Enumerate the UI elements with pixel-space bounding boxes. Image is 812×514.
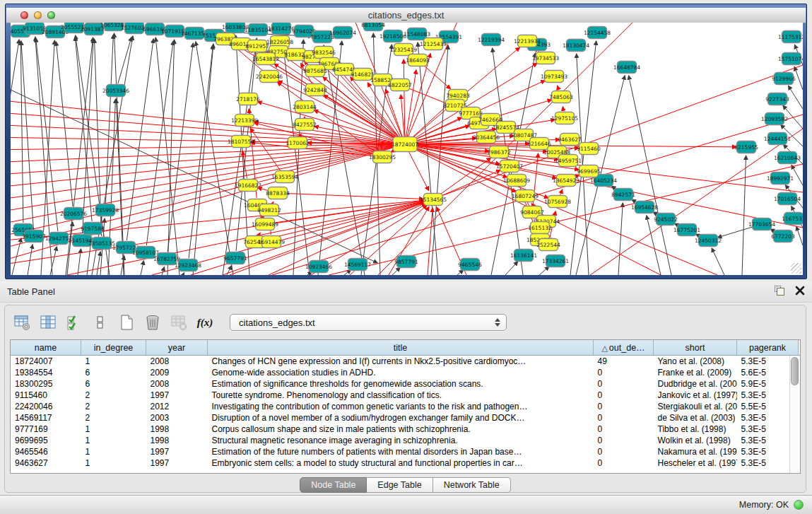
graph-edge[interactable]	[712, 248, 724, 275]
graph-node-selected[interactable]: 19166827	[235, 180, 261, 192]
graph-node[interactable]: 16648784	[613, 62, 640, 74]
column-header[interactable]: in_degree	[81, 340, 146, 356]
table-row[interactable]: 1872400712008Changes of HCN gene express…	[11, 356, 801, 368]
delete-entries-icon[interactable]	[143, 313, 163, 332]
graph-node-selected[interactable]: 19734533	[532, 52, 559, 64]
graph-edge[interactable]	[272, 202, 273, 204]
graph-node-selected[interactable]: 9498212	[257, 204, 281, 216]
graph-edge[interactable]	[285, 193, 423, 199]
graph-node-selected[interactable]: 20364456	[473, 132, 500, 144]
graph-edge[interactable]	[796, 226, 803, 245]
graph-edge[interactable]	[418, 42, 438, 275]
function-builder-icon[interactable]: f(x)	[195, 313, 215, 332]
graph-node[interactable]: 10923466	[305, 261, 332, 273]
column-header[interactable]: title	[208, 340, 594, 356]
show-columns-icon[interactable]	[38, 313, 58, 332]
column-header[interactable]: △out_de…	[594, 340, 654, 356]
memory-indicator-icon[interactable]	[794, 500, 804, 510]
graph-node[interactable]: 16775201	[673, 224, 700, 236]
scrollbar-thumb[interactable]	[791, 357, 799, 385]
graph-node-selected[interactable]: 10688609	[503, 175, 530, 187]
graph-node-selected[interactable]: 1615132	[528, 222, 552, 234]
graph-node[interactable]: 12450312	[695, 235, 722, 247]
table-row[interactable]: 946362711997Embryonic stem cells: a mode…	[11, 457, 801, 469]
column-header[interactable]: year	[146, 340, 208, 356]
tab-network-table[interactable]: Network Table	[433, 477, 511, 493]
graph-node-selected[interactable]: 8427552	[293, 119, 317, 131]
graph-node[interactable]: 18314276	[268, 23, 295, 35]
graph-node-selected[interactable]: 22420046	[256, 71, 283, 83]
graph-node-selected[interactable]: 16914479	[258, 236, 285, 248]
graph-node-selected[interactable]: 2803144	[293, 101, 317, 113]
graph-edge[interactable]	[162, 267, 165, 275]
graph-node[interactable]: 20206576	[60, 208, 87, 220]
graph-edge[interactable]	[293, 40, 303, 275]
graph-node[interactable]: 12154458	[584, 27, 611, 39]
graph-node[interactable]: 1167531	[782, 213, 803, 225]
table-row[interactable]: 977716911998Corpus callosum shape and si…	[11, 424, 801, 435]
graph-edge[interactable]	[629, 76, 671, 275]
float-panel-icon[interactable]	[774, 285, 785, 296]
column-header[interactable]: pagerank	[737, 340, 799, 356]
graph-node[interactable]: 16962074	[329, 27, 356, 39]
graph-node-selected[interactable]: 16543812	[252, 53, 279, 65]
row-height-icon[interactable]	[90, 313, 110, 332]
graph-node-selected[interactable]: 12125439	[420, 38, 447, 50]
graph-edge[interactable]	[618, 203, 623, 275]
graph-edge[interactable]	[717, 226, 755, 238]
tab-node-table[interactable]: Node Table	[300, 477, 367, 493]
close-panel-icon[interactable]	[795, 286, 805, 296]
graph-edge[interactable]	[189, 45, 213, 258]
graph-node[interactable]: 6772203	[771, 230, 795, 243]
table-row[interactable]: 946554611997Estimation of the future num…	[11, 446, 801, 457]
graph-node-selected[interactable]: 9463627	[558, 134, 582, 146]
graph-node[interactable]: 9245022	[654, 214, 678, 226]
graph-node-selected[interactable]: 10973493	[541, 71, 567, 83]
graph-node[interactable]: 20053346	[102, 85, 129, 97]
graph-node-selected[interactable]: 12213934	[514, 35, 541, 47]
graph-node-selected[interactable]: 9832546	[312, 47, 336, 59]
graph-node-selected[interactable]: 1864093	[406, 54, 430, 66]
graph-node-selected[interactable]: 15134565	[420, 194, 447, 206]
graph-edge[interactable]	[794, 66, 803, 90]
graph-node[interactable]: 15751074	[778, 53, 803, 65]
graph-node[interactable]: 12219394	[478, 34, 505, 46]
graph-node[interactable]: 14569117	[344, 259, 371, 271]
graph-node-selected[interactable]: 16099489	[252, 218, 278, 230]
graph-node[interactable]: 18992971	[767, 173, 794, 185]
graph-node[interactable]: 12444151	[764, 133, 791, 145]
graph-edge[interactable]	[227, 266, 232, 275]
graph-node[interactable]: 9465546	[458, 259, 482, 271]
graph-edge[interactable]	[539, 267, 549, 275]
graph-node-selected[interactable]: 18107554	[228, 136, 254, 148]
graph-edge[interactable]	[404, 59, 405, 137]
graph-edge[interactable]	[67, 222, 73, 275]
graph-node-selected[interactable]: 9875685	[303, 65, 327, 77]
graph-node-selected[interactable]: 6822057	[388, 79, 412, 91]
table-row[interactable]: 2242004622012Investigating the contribut…	[11, 401, 801, 412]
graph-node-selected[interactable]: 10756928	[544, 196, 571, 208]
create-table-icon[interactable]	[117, 313, 136, 332]
graph-node[interactable]: 16954628	[631, 201, 658, 214]
table-row[interactable]: 1456911722003Disruption of a novel membe…	[11, 412, 801, 424]
graph-node[interactable]: 9129966	[772, 73, 796, 85]
graph-edge[interactable]	[563, 107, 563, 111]
graph-node[interactable]: 8942571	[611, 189, 635, 201]
graph-node[interactable]: 16136141	[510, 250, 537, 262]
graph-node-selected[interactable]: 14959751	[555, 155, 582, 167]
graph-node[interactable]: 3915907	[22, 230, 46, 243]
destroy-table-icon[interactable]	[169, 313, 189, 332]
network-window-titlebar[interactable]: citations_edges.txt	[6, 8, 806, 23]
graph-node-selected[interactable]: 16807249	[512, 190, 539, 202]
table-row[interactable]: 969969511998Structural magnetic resonanc…	[11, 435, 801, 446]
graph-edge[interactable]	[183, 273, 184, 275]
graph-node[interactable]: 17703654	[748, 218, 775, 230]
graph-edge[interactable]	[558, 86, 559, 90]
graph-node-selected[interactable]: 12213399	[231, 115, 258, 127]
graph-node[interactable]: 8215955	[734, 141, 758, 153]
graph-node-selected[interactable]: 13654923	[553, 175, 579, 187]
column-header[interactable]: name	[11, 340, 81, 356]
graph-node-selected[interactable]: 12975105	[551, 112, 578, 124]
graph-edge[interactable]	[11, 144, 405, 188]
network-canvas[interactable]: 1405572491310592089140620555213209138711…	[11, 23, 803, 275]
